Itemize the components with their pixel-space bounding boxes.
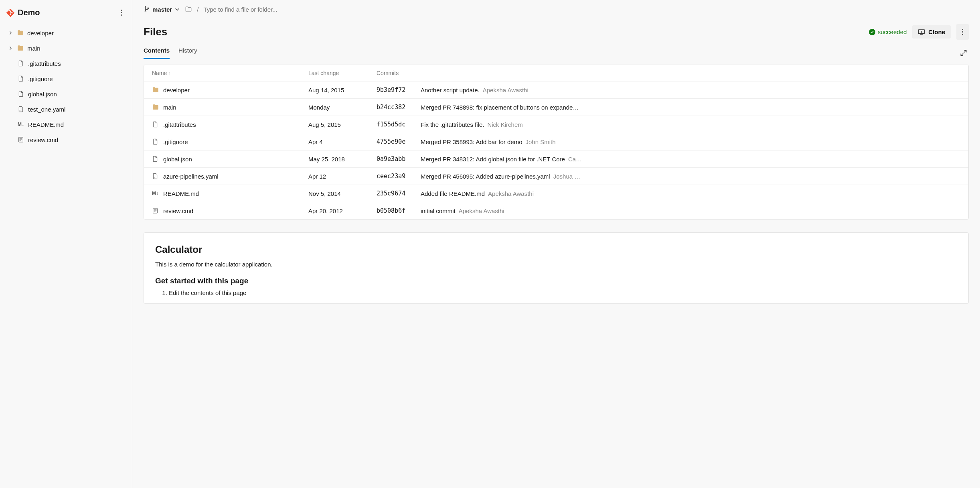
status-label: succeeded — [878, 28, 907, 35]
yaml-file-icon: Y — [18, 106, 25, 113]
file-name: .gitignore — [163, 138, 188, 145]
tab-history[interactable]: History — [178, 47, 197, 59]
file-name: README.md — [163, 190, 199, 197]
commit-hash[interactable]: b24cc382 — [377, 104, 421, 111]
tree-item-gitattributes[interactable]: .gitattributes — [3, 56, 129, 71]
svg-text:Y: Y — [19, 110, 20, 112]
commit-message: Merged PR 456095: Added azure-pipelines.… — [421, 173, 550, 180]
last-change: Apr 12 — [308, 173, 377, 180]
commit-hash[interactable]: 235c9674 — [377, 190, 421, 197]
last-change: Aug 14, 2015 — [308, 87, 377, 94]
readme-intro: This is a demo for the calculator applic… — [155, 261, 957, 268]
tree-item-main[interactable]: main — [3, 41, 129, 56]
table-row[interactable]: mainMondayb24cc382Merged PR 748898: fix … — [144, 99, 968, 116]
folder-icon — [152, 86, 159, 94]
path-search-input[interactable] — [203, 6, 324, 13]
col-header-name[interactable]: Name↑ — [152, 70, 308, 76]
last-change: Apr 4 — [308, 138, 377, 145]
more-vertical-icon — [960, 27, 965, 37]
chevron-right-icon — [8, 31, 14, 35]
repo-name: Demo — [18, 8, 40, 17]
breadcrumb-separator: / — [197, 6, 198, 13]
tree-item-readme[interactable]: M↓ README.md — [3, 117, 129, 132]
last-change: May 25, 2018 — [308, 156, 377, 163]
chevron-right-icon — [8, 46, 14, 51]
commit-hash[interactable]: 0a9e3abb — [377, 155, 421, 163]
table-row[interactable]: Yazure-pipelines.yamlApr 12ceec23a9Merge… — [144, 168, 968, 185]
table-row[interactable]: .gitignoreApr 44755e90eMerged PR 358993:… — [144, 133, 968, 150]
clone-icon — [918, 29, 925, 35]
tree-item-gitignore[interactable]: .gitignore — [3, 71, 129, 86]
git-icon — [6, 9, 14, 17]
table-row[interactable]: M↓README.mdNov 5, 2014235c9674Added file… — [144, 185, 968, 202]
commit-message: initial commit — [421, 207, 456, 214]
file-name: review.cmd — [163, 207, 193, 214]
commit-message: Merged PR 358993: Add bar for demo — [421, 138, 522, 145]
commit-author: Apeksha Awasthi — [488, 190, 534, 197]
branch-selector[interactable]: master — [144, 6, 180, 13]
branch-name: master — [152, 6, 172, 13]
commit-message: Merged PR 348312: Add global.json file f… — [421, 156, 565, 163]
more-actions-button[interactable] — [956, 24, 969, 40]
readme-panel: Calculator This is a demo for the calcul… — [144, 232, 969, 304]
last-change: Monday — [308, 104, 377, 111]
svg-text:Y: Y — [154, 177, 155, 179]
sidebar: Demo developer main .gi — [0, 0, 132, 488]
tree-item-reviewcmd[interactable]: review.cmd — [3, 132, 129, 147]
files-table: Name↑ Last change Commits developerAug 1… — [144, 65, 969, 220]
table-row[interactable]: review.cmdApr 20, 2012b0508b6finitial co… — [144, 202, 968, 219]
tree-item-label: review.cmd — [28, 136, 58, 143]
build-status[interactable]: succeeded — [869, 28, 907, 35]
cmd-file-icon — [18, 136, 25, 143]
commit-hash[interactable]: ceec23a9 — [377, 173, 421, 180]
tab-contents[interactable]: Contents — [144, 47, 170, 59]
file-icon — [18, 90, 25, 98]
commit-hash[interactable]: b0508b6f — [377, 207, 421, 214]
table-header: Name↑ Last change Commits — [144, 65, 968, 81]
commit-hash[interactable]: 9b3e9f72 — [377, 86, 421, 94]
col-header-commits[interactable]: Commits — [377, 70, 421, 76]
tree-item-label: .gitattributes — [28, 60, 61, 67]
file-name: developer — [163, 87, 190, 94]
file-name: global.json — [163, 156, 192, 163]
sidebar-more-icon[interactable] — [119, 8, 124, 17]
tree-item-label: global.json — [28, 91, 57, 98]
tree-item-label: main — [27, 45, 40, 52]
col-header-lastchange[interactable]: Last change — [308, 70, 377, 76]
tree-item-label: .gitignore — [28, 75, 53, 82]
clone-label: Clone — [928, 28, 945, 35]
repo-title[interactable]: Demo — [6, 8, 40, 17]
file-icon — [152, 138, 159, 145]
readme-step: Edit the contents of this page — [169, 289, 957, 296]
commit-hash[interactable]: f155d5dc — [377, 121, 421, 128]
table-row[interactable]: .gitattributesAug 5, 2015f155d5dcFix the… — [144, 116, 968, 133]
tree-item-developer[interactable]: developer — [3, 25, 129, 41]
yaml-icon: Y — [152, 173, 159, 180]
main-content: master / Files succeeded Clone — [132, 0, 980, 488]
last-change: Nov 5, 2014 — [308, 190, 377, 197]
tree-item-label: README.md — [28, 121, 64, 128]
table-row[interactable]: global.jsonMay 25, 20180a9e3abbMerged PR… — [144, 150, 968, 168]
file-name: .gitattributes — [163, 121, 196, 128]
table-row[interactable]: developerAug 14, 20159b3e9f72Another scr… — [144, 81, 968, 99]
tree-item-label: developer — [27, 30, 54, 37]
commit-message: Another script update. — [421, 87, 480, 94]
file-icon — [18, 75, 25, 82]
sort-ascending-icon: ↑ — [168, 71, 171, 76]
folder-outline-icon[interactable] — [185, 6, 192, 13]
folder-icon — [17, 45, 24, 52]
file-tree: developer main .gitattributes .gitignore — [0, 24, 132, 149]
file-icon — [152, 121, 159, 128]
clone-button[interactable]: Clone — [912, 25, 951, 39]
commit-author: Ca… — [568, 156, 582, 163]
fullscreen-icon[interactable] — [958, 48, 969, 58]
tree-item-label: test_one.yaml — [28, 106, 65, 113]
file-icon — [152, 155, 159, 163]
commit-author: John Smith — [526, 138, 556, 145]
check-circle-icon — [869, 29, 875, 35]
tree-item-globaljson[interactable]: global.json — [3, 86, 129, 102]
file-name: azure-pipelines.yaml — [163, 173, 219, 180]
commit-author: Nick Kirchem — [487, 121, 522, 128]
commit-hash[interactable]: 4755e90e — [377, 138, 421, 145]
tree-item-testone[interactable]: Y test_one.yaml — [3, 102, 129, 117]
